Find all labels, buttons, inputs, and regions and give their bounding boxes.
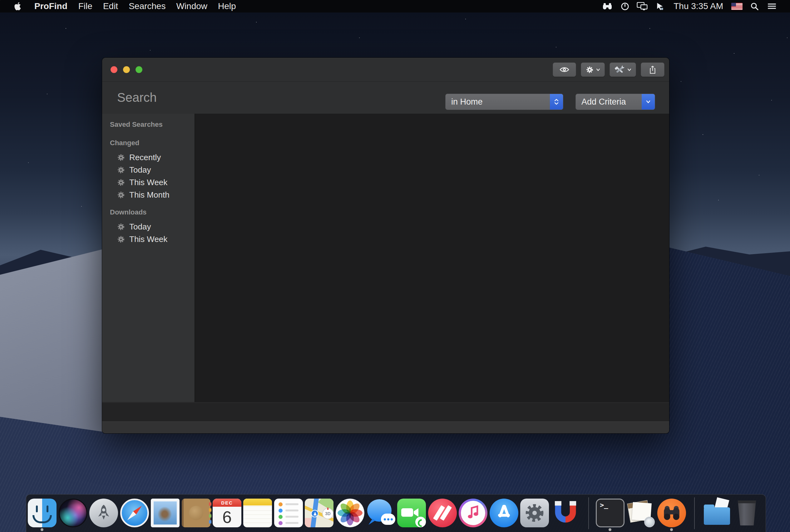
gear-icon <box>117 166 125 174</box>
close-button[interactable] <box>111 66 117 73</box>
sidebar-item-changed-this-week[interactable]: This Week <box>102 176 194 189</box>
displays-icon[interactable] <box>634 0 651 13</box>
gear-icon <box>117 191 125 199</box>
actions-dropdown-button[interactable] <box>581 62 605 77</box>
contacts-tab <box>209 502 211 506</box>
dock-item-itunes[interactable] <box>459 499 487 527</box>
results-area[interactable] <box>195 114 669 402</box>
zoom-button[interactable] <box>135 66 143 73</box>
tools-icon <box>615 65 625 74</box>
sidebar-item-downloads-today[interactable]: Today <box>102 221 194 233</box>
finder-eye <box>46 506 49 512</box>
binoculars-icon[interactable] <box>599 0 616 13</box>
dock-item-profind[interactable] <box>657 499 686 527</box>
apple-menu-icon[interactable] <box>14 2 22 11</box>
menu-file[interactable]: File <box>73 1 98 11</box>
menu-help[interactable]: Help <box>213 1 241 11</box>
menu-bar-clock[interactable]: Thu 3:35 AM <box>669 1 728 11</box>
dock-item-trash[interactable] <box>733 499 761 527</box>
share-icon <box>649 65 656 74</box>
dock-item-notes[interactable] <box>243 499 272 527</box>
dock-item-photos[interactable] <box>336 499 364 527</box>
reminder-line <box>285 503 299 505</box>
sidebar-item-downloads-this-week[interactable]: This Week <box>102 233 194 245</box>
menu-bar: ProFind File Edit Searches Window Help <box>0 0 790 13</box>
dock-item-mail[interactable] <box>151 499 180 527</box>
menu-edit[interactable]: Edit <box>98 1 123 11</box>
contacts-tab <box>209 520 211 524</box>
sidebar-item-changed-this-month[interactable]: This Month <box>102 189 194 201</box>
spotlight-icon[interactable] <box>746 0 763 13</box>
saved-searches-sidebar: Saved Searches Changed Recently Today Th… <box>102 114 195 402</box>
dock-item-facetime[interactable] <box>397 499 426 527</box>
contacts-emblem <box>189 506 203 520</box>
dock-item-siri[interactable] <box>59 499 88 527</box>
gear-icon <box>117 223 125 231</box>
dock-item-contacts[interactable] <box>182 499 210 527</box>
scope-popup[interactable]: in Home <box>445 94 563 110</box>
dock-item-messages[interactable] <box>366 499 395 527</box>
maps-navigation-arrow <box>311 510 319 517</box>
dock-item-maps[interactable]: 3D <box>305 499 334 527</box>
dock-item-safari[interactable] <box>120 499 149 527</box>
sidebar-item-label: Recently <box>129 153 161 162</box>
status-bar <box>102 421 669 433</box>
menu-searches[interactable]: Searches <box>123 1 171 11</box>
pointer-icon[interactable] <box>651 0 669 13</box>
dock-item-reminders[interactable] <box>274 499 303 527</box>
gear-icon <box>586 66 594 74</box>
notes-band <box>243 499 272 506</box>
stamp-image <box>154 501 177 525</box>
eye-icon <box>560 66 569 73</box>
terminal-prompt: >_ <box>600 501 608 509</box>
dock-item-magnet[interactable] <box>551 499 580 527</box>
path-bar <box>102 402 669 421</box>
folder-body <box>704 507 730 525</box>
share-button[interactable] <box>641 62 664 77</box>
add-criteria-popup[interactable]: Add Criteria <box>576 94 655 110</box>
scope-popup-value: in Home <box>451 97 483 107</box>
search-header: Search in Home Add Criteria <box>102 82 669 114</box>
dock-item-launchpad[interactable] <box>89 499 118 527</box>
binoculars-icon <box>660 502 683 524</box>
dock-item-news[interactable] <box>428 499 457 527</box>
messages-typing-bubble <box>381 514 395 525</box>
popup-dropdown-cap <box>642 94 655 110</box>
finder-eye <box>36 506 38 512</box>
app-menu-title[interactable]: ProFind <box>34 1 68 11</box>
sidebar-item-changed-today[interactable]: Today <box>102 164 194 176</box>
reminder-dot <box>279 521 283 525</box>
gear-icon <box>117 235 125 243</box>
facetime-camera <box>401 508 413 517</box>
dock-item-finder[interactable] <box>28 499 57 527</box>
popup-stepper-cap <box>550 94 563 110</box>
contacts-tab <box>209 508 211 512</box>
power-circle-icon[interactable] <box>616 0 634 13</box>
preview-toggle-button[interactable] <box>553 62 576 77</box>
rocket-icon <box>94 503 113 522</box>
dock-item-app-store[interactable] <box>490 499 518 527</box>
notification-center-icon[interactable] <box>763 0 780 13</box>
page-title: Search <box>117 91 157 104</box>
menu-list: File Edit Searches Window Help <box>73 1 241 11</box>
running-indicator <box>670 528 673 531</box>
gear-icon <box>117 154 125 162</box>
dock-item-system-preferences[interactable] <box>520 499 549 527</box>
dock-item-terminal[interactable]: >_ <box>596 499 624 527</box>
dock-item-calendar[interactable]: DEC 6 <box>213 499 241 527</box>
chevron-down-icon <box>627 69 632 71</box>
window-titlebar[interactable] <box>102 58 669 82</box>
reminder-line <box>285 516 299 518</box>
minimize-button[interactable] <box>123 66 130 73</box>
sidebar-header: Saved Searches <box>110 120 163 129</box>
input-source-flag-icon[interactable] <box>728 0 746 13</box>
dock-item-preview[interactable] <box>627 499 655 527</box>
menu-window[interactable]: Window <box>171 1 213 11</box>
running-indicator <box>41 528 43 531</box>
sidebar-item-changed-recently[interactable]: Recently <box>102 151 194 164</box>
sidebar-item-label: This Week <box>129 234 167 244</box>
tools-dropdown-button[interactable] <box>609 62 636 77</box>
magnet-icon <box>552 500 579 526</box>
calendar-month: DEC <box>213 499 241 507</box>
dock-item-documents-folder[interactable] <box>702 499 731 527</box>
